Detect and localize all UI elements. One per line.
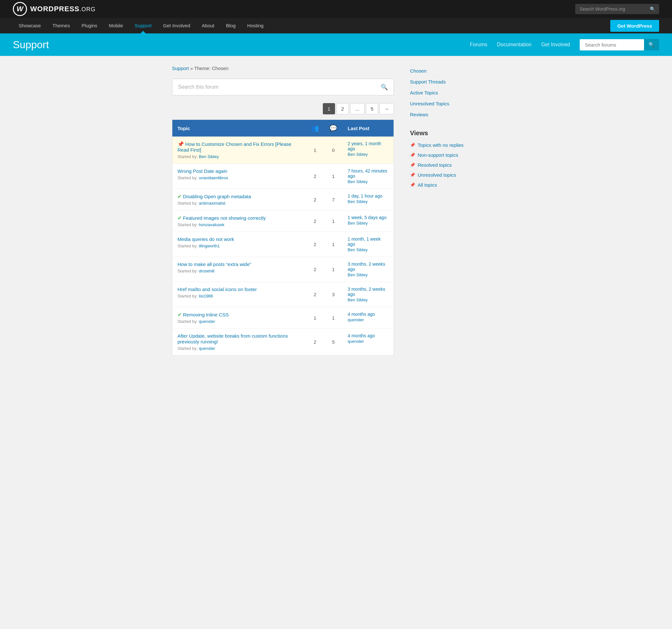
voices-count-0: 1 — [306, 136, 324, 164]
nav-link-blog[interactable]: Blog — [220, 18, 241, 33]
voices-count-7: 1 — [306, 307, 324, 329]
last-post-time-3[interactable]: 1 week, 5 days ago — [347, 215, 388, 220]
th-voices: 👥 — [306, 120, 324, 137]
views-link-all[interactable]: 📌 All topics — [410, 180, 500, 190]
page-btn-ellipsis: … — [350, 103, 365, 115]
page-btn-5[interactable]: 5 — [366, 103, 378, 115]
views-link-unresolved-label: Unresolved topics — [418, 172, 456, 178]
check-icon: ✔ — [177, 194, 182, 199]
last-post-cell-2: 1 day, 1 hour ago Ben Sibley — [342, 189, 393, 210]
logo-circle: W — [13, 2, 27, 16]
last-post-time-0[interactable]: 2 years, 1 month ago — [347, 141, 388, 151]
last-post-time-6[interactable]: 3 months, 2 weeks ago — [347, 286, 388, 297]
views-link-all-label: All topics — [418, 182, 437, 187]
nav-link-plugins[interactable]: Plugins — [76, 18, 103, 33]
sidebar-link-chosen[interactable]: Chosen — [410, 66, 500, 76]
page-btn-next[interactable]: → — [379, 103, 394, 115]
table-row: ✔Featured images not showing correctly S… — [172, 210, 394, 232]
topic-author-link-1[interactable]: unavidaenlibros — [199, 175, 228, 180]
sidebar-link-reviews[interactable]: Reviews — [410, 109, 500, 120]
sidebar-link-unresolved-topics[interactable]: Unresolved Topics — [410, 98, 500, 109]
get-wordpress-button[interactable]: Get WordPress — [610, 20, 659, 32]
logo-wordpress: WORDPRESS — [30, 5, 79, 13]
last-post-user-2[interactable]: Ben Sibley — [347, 199, 388, 204]
breadcrumb-current: Theme: Chosen — [194, 66, 229, 71]
last-post-time-8[interactable]: 4 months ago — [347, 333, 388, 338]
nav-link-showcase[interactable]: Showcase — [13, 18, 47, 33]
views-link-resolved[interactable]: 📌 Resolved topics — [410, 160, 500, 170]
pin-icon-3: 📌 — [410, 162, 415, 167]
topic-author-link-8[interactable]: quenster — [199, 346, 215, 351]
last-post-cell-3: 1 week, 5 days ago Ben Sibley — [342, 210, 393, 232]
last-post-user-3[interactable]: Ben Sibley — [347, 221, 388, 226]
support-search-input[interactable] — [580, 39, 644, 50]
support-nav-forums[interactable]: Forums — [470, 42, 487, 48]
last-post-time-7[interactable]: 4 months ago — [347, 311, 388, 317]
last-post-user-4[interactable]: Ben Sibley — [347, 247, 388, 252]
last-post-user-1[interactable]: Ben Sibley — [347, 179, 388, 184]
pagination-top: 1 2 … 5 → — [172, 103, 394, 115]
support-nav-documentation[interactable]: Documentation — [497, 42, 532, 48]
support-search-button[interactable]: 🔍 — [644, 39, 659, 50]
sidebar-link-support-threads[interactable]: Support Threads — [410, 76, 500, 87]
topic-title-link-7[interactable]: Removing Inline CSS — [183, 312, 229, 318]
voices-count-1: 2 — [306, 164, 324, 189]
topic-started-0: Started by: Ben Sibley — [177, 154, 301, 159]
topic-title-link-3[interactable]: Featured images not showing correctly — [183, 215, 266, 221]
support-search-bar: 🔍 — [580, 39, 659, 50]
topic-author-link-3[interactable]: honzavalusek — [199, 222, 224, 227]
topic-title-link-5[interactable]: How to make all posts “extra wide” — [177, 261, 251, 267]
topic-started-8: Started by: quenster — [177, 346, 301, 351]
last-post-user-7[interactable]: quenster — [347, 318, 388, 322]
page-btn-1[interactable]: 1 — [323, 103, 335, 115]
last-post-user-5[interactable]: Ben Sibley — [347, 272, 388, 277]
nav-link-hosting[interactable]: Hosting — [241, 18, 269, 33]
topic-started-1: Started by: unavidaenlibros — [177, 175, 301, 180]
last-post-time-2[interactable]: 1 day, 1 hour ago — [347, 193, 388, 199]
topic-author-link-0[interactable]: Ben Sibley — [199, 154, 219, 159]
topic-cell-3: ✔Featured images not showing correctly S… — [172, 210, 306, 232]
topic-title-link-4[interactable]: Media queries do not work — [177, 236, 234, 242]
topic-title-link-1[interactable]: Wrong Post Date again — [177, 168, 227, 174]
site-logo[interactable]: W WORDPRESS.ORG — [13, 2, 96, 16]
voices-count-5: 2 — [306, 257, 324, 282]
voices-count-2: 2 — [306, 189, 324, 210]
nav-link-mobile[interactable]: Mobile — [103, 18, 129, 33]
last-post-user-0[interactable]: Ben Sibley — [347, 152, 388, 157]
topic-author-link-7[interactable]: quenster — [199, 319, 215, 324]
topic-author-link-2[interactable]: antimaximalist — [199, 201, 225, 206]
topic-title-link-2[interactable]: Disabling Open graph metadata — [183, 194, 251, 199]
last-post-cell-1: 7 hours, 42 minutes ago Ben Sibley — [342, 164, 393, 189]
last-post-time-4[interactable]: 1 month, 1 week ago — [347, 236, 388, 247]
views-link-unresolved[interactable]: 📌 Unresolved topics — [410, 170, 500, 180]
top-search-input[interactable] — [575, 4, 646, 14]
last-post-user-6[interactable]: Ben Sibley — [347, 298, 388, 302]
forum-search-input[interactable] — [172, 80, 375, 95]
topic-author-link-5[interactable]: drosehill — [199, 269, 214, 273]
last-post-user-8[interactable]: quenster — [347, 339, 388, 344]
topic-title-link-0[interactable]: How to Customize Chosen and Fix Errors [… — [177, 141, 291, 153]
views-link-non-support[interactable]: 📌 Non-support topics — [410, 150, 500, 160]
breadcrumb-support-link[interactable]: Support — [172, 66, 189, 71]
sidebar-link-active-topics[interactable]: Active Topics — [410, 87, 500, 98]
views-link-no-replies[interactable]: 📌 Topics with no replies — [410, 140, 500, 150]
topic-title-link-6[interactable]: Href mailto and social icons on footer — [177, 286, 257, 292]
top-navigation: W WORDPRESS.ORG 🔍 — [0, 0, 672, 18]
nav-link-about[interactable]: About — [196, 18, 220, 33]
page-btn-2[interactable]: 2 — [336, 103, 349, 115]
topic-author-link-6[interactable]: lisi1986 — [199, 294, 213, 298]
topic-title-link-8[interactable]: After Update, website breaks from custom… — [177, 333, 288, 344]
nav-link-support[interactable]: Support — [129, 18, 158, 33]
topic-author-link-4[interactable]: illingworth1 — [199, 244, 220, 248]
nav-link-get-involved[interactable]: Get Involved — [157, 18, 196, 33]
last-post-time-1[interactable]: 7 hours, 42 minutes ago — [347, 168, 388, 179]
table-row: Href mailto and social icons on footer S… — [172, 282, 394, 307]
last-post-time-5[interactable]: 3 months, 2 weeks ago — [347, 261, 388, 272]
support-nav-get-involved[interactable]: Get Involved — [541, 42, 570, 48]
table-row: How to make all posts “extra wide” Start… — [172, 257, 394, 282]
replies-icon: 💬 — [329, 125, 337, 132]
forum-search-button[interactable]: 🔍 — [375, 79, 393, 95]
top-search-button[interactable]: 🔍 — [646, 4, 659, 14]
th-topic: Topic — [172, 120, 306, 137]
nav-link-themes[interactable]: Themes — [47, 18, 76, 33]
